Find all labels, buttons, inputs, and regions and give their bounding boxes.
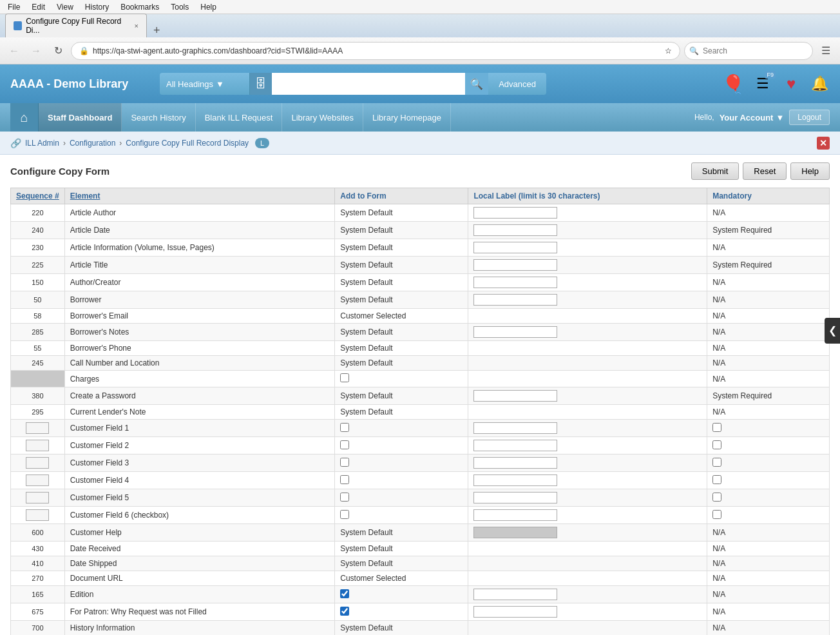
add-to-form-checkbox[interactable]: [340, 607, 349, 616]
element-cell: Create a Password: [64, 387, 335, 405]
reset-btn[interactable]: Reset: [743, 162, 787, 180]
notifications-btn[interactable]: 🔔: [809, 73, 830, 94]
mandatory-cell: N/A: [707, 542, 830, 556]
local-label-cell: [468, 524, 707, 542]
add-to-form-checkbox[interactable]: [340, 475, 349, 484]
mandatory-text: N/A: [712, 278, 725, 287]
search-submit-btn[interactable]: 🔍: [465, 73, 488, 95]
db-icon[interactable]: 🗄: [250, 73, 272, 95]
scroll-area[interactable]: Sequence # Element Add to Form Local Lab…: [10, 188, 830, 635]
element-cell: Borrower's Phone: [64, 341, 335, 356]
menu-file[interactable]: File: [3, 1, 25, 13]
seq-cell: 270: [11, 571, 65, 586]
breadcrumb-close-btn[interactable]: ✕: [817, 137, 830, 150]
main-search-input[interactable]: [272, 73, 465, 95]
bookmark-icon[interactable]: ☆: [665, 46, 672, 55]
local-label-input[interactable]: [473, 259, 557, 271]
add-to-form-checkbox[interactable]: [340, 373, 349, 382]
favorites-btn[interactable]: ♥: [781, 73, 801, 94]
breadcrumb-configuration[interactable]: Configuration: [70, 139, 115, 148]
heart-icon: ♥: [787, 75, 796, 93]
account-dropdown[interactable]: Your Account ▼: [720, 113, 785, 122]
col-element[interactable]: Element: [64, 188, 335, 204]
seq-input[interactable]: [26, 474, 49, 486]
balloon-icon[interactable]: 🎈: [722, 73, 745, 95]
advanced-search-btn[interactable]: Advanced: [488, 73, 546, 95]
local-label-input[interactable]: [473, 242, 557, 253]
local-label-input[interactable]: [473, 422, 557, 434]
breadcrumb-ill-admin[interactable]: ILL Admin: [25, 139, 59, 148]
local-label-input[interactable]: [473, 224, 557, 236]
add-to-form-cell: [335, 371, 468, 387]
browser-search-input[interactable]: [684, 42, 813, 60]
local-label-input[interactable]: [473, 527, 557, 538]
add-to-form-checkbox[interactable]: [340, 423, 349, 432]
local-label-input[interactable]: [473, 492, 557, 503]
local-label-input[interactable]: [473, 277, 557, 288]
seq-input[interactable]: [26, 440, 49, 451]
logout-btn[interactable]: Logout: [789, 110, 830, 125]
heading-dropdown[interactable]: All Headings ▼: [160, 73, 250, 95]
refresh-btn[interactable]: ↻: [49, 42, 67, 60]
account-chevron-icon: ▼: [776, 113, 784, 122]
local-label-input[interactable]: [473, 474, 557, 486]
seq-input[interactable]: [26, 422, 49, 434]
local-label-input[interactable]: [473, 294, 557, 306]
element-name: Customer Field 4: [70, 476, 129, 485]
local-label-input[interactable]: [473, 509, 557, 521]
add-to-form-cell: [335, 507, 468, 524]
help-btn[interactable]: Help: [790, 162, 830, 180]
mandatory-checkbox[interactable]: [712, 493, 721, 502]
menu-bookmarks[interactable]: Bookmarks: [115, 1, 164, 13]
local-label-input[interactable]: [473, 457, 557, 469]
add-to-form-checkbox[interactable]: [340, 493, 349, 502]
breadcrumb-current[interactable]: Configure Copy Full Record Display: [126, 139, 249, 148]
address-bar[interactable]: 🔒 https://qa-stwi-agent.auto-graphics.co…: [71, 42, 680, 60]
mandatory-checkbox[interactable]: [712, 440, 721, 449]
add-to-form-checkbox[interactable]: [340, 458, 349, 467]
nav-home-btn[interactable]: ⌂: [10, 103, 39, 132]
menu-view[interactable]: View: [52, 1, 79, 13]
new-tab-btn[interactable]: +: [149, 24, 164, 37]
nav-library-homepage[interactable]: Library Homepage: [363, 103, 451, 132]
browser-tab-active[interactable]: Configure Copy Full Record Di... ×: [5, 14, 147, 37]
nav-library-websites[interactable]: Library Websites: [282, 103, 363, 132]
mandatory-text: N/A: [712, 559, 725, 568]
table-row: 165EditionN/A: [11, 586, 830, 603]
seq-input[interactable]: [26, 457, 49, 469]
nav-search-history[interactable]: Search History: [122, 103, 195, 132]
mandatory-checkbox[interactable]: [712, 475, 721, 484]
col-sequence[interactable]: Sequence #: [11, 188, 65, 204]
menu-edit[interactable]: Edit: [26, 1, 50, 13]
submit-btn[interactable]: Submit: [691, 162, 739, 180]
mandatory-checkbox[interactable]: [712, 458, 721, 467]
seq-input[interactable]: [26, 492, 49, 503]
add-to-form-cell: System Default: [335, 257, 468, 274]
add-to-form-checkbox[interactable]: [340, 440, 349, 449]
table-row: Customer Field 5: [11, 489, 830, 507]
add-to-form-checkbox[interactable]: [340, 510, 349, 519]
list-view-btn[interactable]: ☰ F9: [752, 73, 773, 94]
menu-tools[interactable]: Tools: [166, 1, 194, 13]
local-label-input[interactable]: [473, 207, 557, 219]
add-to-form-checkbox[interactable]: [340, 589, 349, 598]
seq-input[interactable]: [26, 509, 49, 521]
forward-btn[interactable]: →: [27, 42, 45, 60]
local-label-input[interactable]: [473, 589, 557, 600]
mandatory-checkbox[interactable]: [712, 510, 721, 519]
mandatory-checkbox[interactable]: [712, 423, 721, 432]
mandatory-text: N/A: [712, 607, 725, 616]
local-label-input[interactable]: [473, 440, 557, 451]
element-cell: Author/Creator: [64, 274, 335, 291]
hamburger-menu-btn[interactable]: ☰: [817, 42, 835, 60]
side-panel-toggle-btn[interactable]: ❮: [825, 318, 840, 344]
nav-blank-ill[interactable]: Blank ILL Request: [196, 103, 283, 132]
local-label-input[interactable]: [473, 390, 557, 402]
local-label-input[interactable]: [473, 606, 557, 618]
menu-help[interactable]: Help: [195, 1, 222, 13]
back-btn[interactable]: ←: [5, 42, 23, 60]
nav-staff-dashboard[interactable]: Staff Dashboard: [39, 103, 122, 132]
local-label-input[interactable]: [473, 326, 557, 338]
tab-close-btn[interactable]: ×: [135, 22, 138, 30]
menu-history[interactable]: History: [80, 1, 114, 13]
